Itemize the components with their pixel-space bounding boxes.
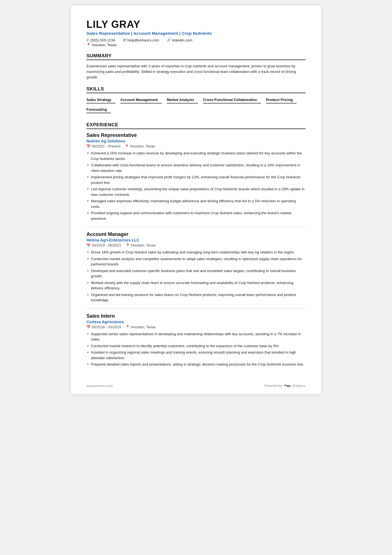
calendar-icon: 📅 bbox=[86, 144, 91, 148]
exp-location: 📍 Houston, Texas bbox=[125, 144, 155, 148]
bullet-item: Led regional customer meetings, presenti… bbox=[86, 186, 306, 197]
company-name: Helena Agri-Enterprises LLC bbox=[86, 238, 306, 242]
location-value: Houston, Texas bbox=[92, 43, 116, 47]
powered-by-label: Powered by bbox=[264, 384, 282, 388]
experience-entry: Account ManagerHelena Agri-Enterprises L… bbox=[86, 231, 306, 309]
skills-section: SKILLS Sales StrategyAccount ManagementM… bbox=[86, 86, 306, 116]
experience-section: EXPERIENCE Sales RepresentativeNutrien A… bbox=[86, 122, 306, 373]
location-icon: 📍 bbox=[86, 43, 91, 47]
bullet-item: Managed sales expenses effectively, main… bbox=[86, 198, 306, 209]
job-title: Sales Representative bbox=[86, 132, 306, 138]
bullet-list: Drove 18% growth in Crop Nutrient sales … bbox=[86, 250, 306, 303]
bullet-item: Drove 18% growth in Crop Nutrient sales … bbox=[86, 250, 306, 255]
exp-meta: 📅 06/2021 - Present 📍 Houston, Texas bbox=[86, 144, 306, 148]
email-value: help@enhancv.com bbox=[127, 38, 159, 42]
location-pin-icon: 📍 bbox=[125, 144, 129, 148]
experience-list: Sales RepresentativeNutrien Ag Solutions… bbox=[86, 132, 306, 373]
experience-entry: Sales InternCorteva Agriscience 📅 05/201… bbox=[86, 313, 306, 373]
location-row: 📍 Houston, Texas bbox=[86, 43, 306, 47]
summary-text: Experienced sales representative with 3 … bbox=[86, 63, 306, 80]
enhancv-logo-icon bbox=[284, 384, 291, 388]
location-pin-icon: 📍 bbox=[126, 325, 130, 329]
bullet-item: Provided ongoing support and communicati… bbox=[86, 210, 306, 221]
phone-icon: ✆ bbox=[86, 38, 89, 42]
bullet-item: Assisted in organizing regional sales me… bbox=[86, 350, 306, 361]
skill-tag: Forecasting bbox=[86, 106, 111, 113]
skills-grid: Sales StrategyAccount ManagementMarket A… bbox=[86, 97, 306, 116]
footer-brand: Powered by Enhancv bbox=[264, 384, 306, 388]
location-contact: 📍 Houston, Texas bbox=[86, 43, 116, 47]
bullet-item: Conducted market research to identify po… bbox=[86, 343, 306, 349]
company-name: Nutrien Ag Solutions bbox=[86, 139, 306, 143]
exp-location: 📍 Houston, Texas bbox=[126, 243, 156, 247]
date-range: 📅 05/2018 - 03/2019 bbox=[86, 325, 121, 329]
bullet-item: Worked closely with the supply chain tea… bbox=[86, 280, 306, 291]
candidate-name: LILY GRAY bbox=[86, 19, 306, 30]
resume-page: LILY GRAY Sales Representative | Account… bbox=[71, 6, 321, 394]
page-footer: www.enhancv.com Powered by Enhancv bbox=[86, 384, 306, 388]
calendar-icon: 📅 bbox=[86, 243, 91, 247]
bullet-item: Developed and executed customer-specific… bbox=[86, 268, 306, 279]
brand-name: Enhancv bbox=[292, 384, 306, 388]
company-name: Corteva Agriscience bbox=[86, 320, 306, 324]
linkedin-icon: 🔗 bbox=[167, 38, 171, 42]
bullet-item: Collaborated with cross-functional teams… bbox=[86, 162, 306, 173]
date-range: 📅 04/2019 - 05/2021 bbox=[86, 243, 121, 247]
resume-header: LILY GRAY Sales Representative | Account… bbox=[86, 19, 306, 47]
summary-heading: SUMMARY bbox=[86, 53, 306, 60]
skill-tag: Product Pricing bbox=[266, 97, 297, 103]
bullet-list: Supported senior sales representatives i… bbox=[86, 331, 306, 367]
footer-website: www.enhancv.com bbox=[86, 384, 113, 388]
bullet-list: Achieved a 15% increase in sales revenue… bbox=[86, 151, 306, 221]
candidate-title: Sales Representative | Account Managemen… bbox=[86, 31, 306, 36]
bullet-item: Prepared detailed sales reports and pres… bbox=[86, 362, 306, 367]
bullet-item: Supported senior sales representatives i… bbox=[86, 331, 306, 342]
date-range: 📅 06/2021 - Present bbox=[86, 144, 120, 148]
linkedin-value: linkedin.com bbox=[172, 38, 192, 42]
experience-heading: EXPERIENCE bbox=[86, 122, 306, 129]
phone-value: (555) 555-1234 bbox=[90, 38, 115, 42]
exp-location: 📍 Houston, Texas bbox=[126, 325, 156, 329]
bullet-item: Achieved a 15% increase in sales revenue… bbox=[86, 151, 306, 161]
location-pin-icon: 📍 bbox=[126, 243, 130, 247]
skill-tag: Cross-Functional Collaboration bbox=[203, 97, 261, 103]
bullet-item: Conducted market analysis and competitor… bbox=[86, 256, 306, 267]
bullet-item: Organized and led training sessions for … bbox=[86, 292, 306, 303]
experience-entry: Sales RepresentativeNutrien Ag Solutions… bbox=[86, 132, 306, 227]
skill-tag: Account Management bbox=[120, 97, 162, 103]
linkedin-contact: 🔗 linkedin.com bbox=[167, 38, 192, 42]
skills-heading: SKILLS bbox=[86, 86, 306, 93]
summary-section: SUMMARY Experienced sales representative… bbox=[86, 53, 306, 80]
bullet-item: Implemented pricing strategies that impr… bbox=[86, 174, 306, 185]
phone-contact: ✆ (555) 555-1234 bbox=[86, 38, 115, 42]
exp-meta: 📅 04/2019 - 05/2021 📍 Houston, Texas bbox=[86, 243, 306, 247]
skill-tag: Sales Strategy bbox=[86, 97, 115, 103]
contact-info: ✆ (555) 555-1234 @ help@enhancv.com 🔗 li… bbox=[86, 38, 306, 42]
email-icon: @ bbox=[123, 38, 126, 42]
skill-tag: Market Analysis bbox=[167, 97, 198, 103]
job-title: Sales Intern bbox=[86, 313, 306, 319]
job-title: Account Manager bbox=[86, 231, 306, 237]
exp-meta: 📅 05/2018 - 03/2019 📍 Houston, Texas bbox=[86, 325, 306, 329]
calendar-icon: 📅 bbox=[86, 325, 91, 329]
email-contact: @ help@enhancv.com bbox=[123, 38, 159, 42]
